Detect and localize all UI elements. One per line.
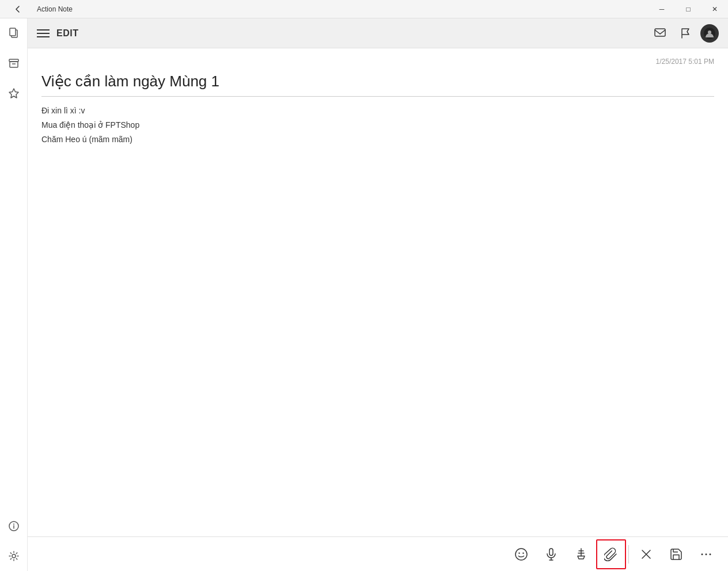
toolbar-left: EDIT bbox=[37, 28, 78, 39]
sidebar-copy-icon[interactable] bbox=[0, 18, 28, 48]
avatar[interactable] bbox=[700, 24, 719, 43]
attach-button[interactable] bbox=[596, 539, 626, 569]
note-timestamp: 1/25/2017 5:01 PM bbox=[41, 58, 714, 66]
svg-rect-3 bbox=[10, 62, 18, 67]
note-title: Việc cần làm ngày Mùng 1 bbox=[41, 73, 714, 97]
sidebar-star-icon[interactable] bbox=[0, 78, 28, 108]
dismiss-button[interactable] bbox=[631, 539, 661, 569]
back-button[interactable] bbox=[5, 0, 31, 18]
minimize-button[interactable]: ─ bbox=[649, 0, 675, 18]
toolbar: EDIT bbox=[28, 18, 728, 48]
title-bar: Action Note ─ □ ✕ bbox=[0, 0, 728, 18]
svg-point-13 bbox=[515, 549, 527, 560]
save-button[interactable] bbox=[661, 539, 691, 569]
divider bbox=[628, 545, 629, 564]
svg-rect-1 bbox=[10, 28, 16, 36]
sidebar-info-icon[interactable] bbox=[0, 511, 28, 541]
note-line-2: Mua điện thoại ở FPTShop bbox=[41, 118, 714, 132]
svg-point-21 bbox=[702, 553, 703, 555]
svg-point-23 bbox=[710, 553, 711, 555]
app-body: EDIT bbox=[0, 18, 728, 571]
svg-point-9 bbox=[12, 554, 16, 558]
svg-rect-10 bbox=[655, 29, 665, 36]
svg-marker-5 bbox=[9, 89, 18, 98]
toolbar-right bbox=[650, 23, 719, 44]
svg-point-14 bbox=[518, 552, 520, 553]
svg-rect-16 bbox=[549, 549, 553, 555]
note-area[interactable]: 1/25/2017 5:01 PM Việc cần làm ngày Mùng… bbox=[28, 48, 728, 536]
sidebar-settings-icon[interactable] bbox=[0, 541, 28, 571]
maximize-button[interactable]: □ bbox=[675, 0, 702, 18]
note-line-1: Đi xin lì xì :v bbox=[41, 104, 714, 118]
note-line-3: Chăm Heo ú (mãm mãm) bbox=[41, 132, 714, 147]
emoji-button[interactable] bbox=[506, 539, 536, 569]
note-content: Đi xin lì xì :v Mua điện thoại ở FPTShop… bbox=[41, 104, 714, 147]
svg-point-15 bbox=[522, 552, 524, 553]
menu-icon[interactable] bbox=[37, 29, 50, 37]
flag-button[interactable] bbox=[675, 23, 696, 44]
pin-button[interactable] bbox=[566, 539, 596, 569]
window-controls: ─ □ ✕ bbox=[649, 0, 728, 18]
app-title: Action Note bbox=[37, 5, 73, 13]
close-button[interactable]: ✕ bbox=[702, 0, 728, 18]
back-icon bbox=[14, 6, 21, 13]
sidebar-archive-icon[interactable] bbox=[0, 48, 28, 78]
svg-point-22 bbox=[706, 553, 707, 555]
svg-point-8 bbox=[13, 524, 14, 525]
sidebar bbox=[0, 18, 28, 571]
bottom-bar bbox=[28, 536, 728, 571]
main-content: EDIT bbox=[28, 18, 728, 571]
chat-bubble-button[interactable] bbox=[650, 23, 670, 44]
toolbar-edit-label: EDIT bbox=[56, 28, 78, 39]
title-bar-left: Action Note bbox=[5, 0, 73, 18]
more-button[interactable] bbox=[691, 539, 721, 569]
microphone-button[interactable] bbox=[536, 539, 566, 569]
